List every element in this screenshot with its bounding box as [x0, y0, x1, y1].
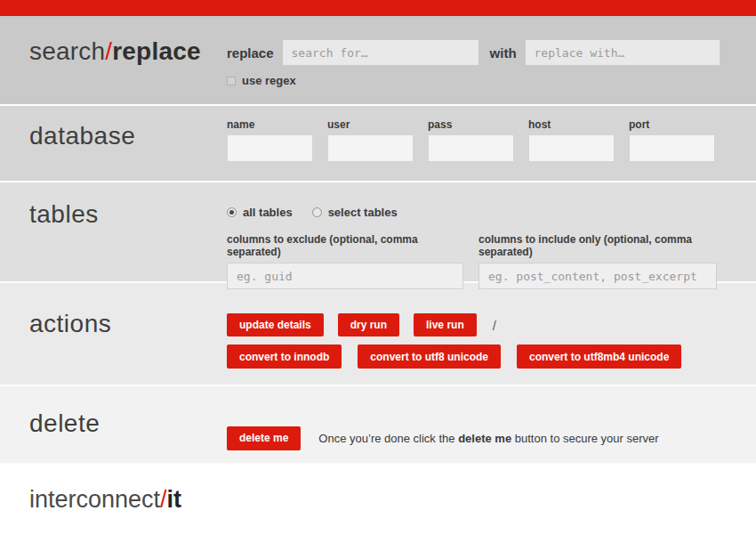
db-pass-input[interactable]	[428, 134, 514, 162]
db-port-label: port	[629, 118, 715, 131]
footer-logo-slash: /	[160, 486, 167, 513]
convert-innodb-button[interactable]: convert to innodb	[227, 345, 342, 369]
db-user-input[interactable]	[327, 134, 414, 162]
use-regex-checkbox[interactable]	[227, 77, 236, 85]
section-delete: delete delete me Once you’re done click …	[0, 386, 756, 465]
delete-note: Once you’re done click the delete me but…	[318, 432, 658, 445]
logo-part-replace: replace	[112, 37, 200, 65]
db-name-label: name	[227, 118, 313, 131]
live-run-button[interactable]: live run	[414, 313, 477, 336]
db-field-pass: pass	[428, 118, 514, 162]
footer-logo-interconnect: interconnect	[29, 486, 160, 513]
footer-logo-it: it	[167, 486, 182, 513]
update-details-button[interactable]: update details	[227, 313, 324, 336]
section-actions: actions update details dry run live run …	[0, 283, 756, 386]
db-pass-label: pass	[428, 118, 514, 131]
actions-title: actions	[29, 310, 227, 338]
db-field-host: host	[528, 118, 615, 162]
columns-exclude-block: columns to exclude (optional, comma sepa…	[227, 233, 463, 289]
all-tables-label[interactable]: all tables	[243, 206, 293, 219]
use-regex-label: use regex	[242, 74, 296, 87]
database-title: database	[29, 122, 227, 150]
select-tables-label[interactable]: select tables	[328, 206, 398, 219]
all-tables-radio[interactable]	[227, 207, 237, 217]
search-input[interactable]	[282, 39, 479, 66]
db-host-input[interactable]	[528, 134, 615, 162]
replace-input[interactable]	[525, 39, 720, 66]
delete-note-bold: delete me	[458, 432, 511, 445]
delete-title: delete	[29, 409, 227, 438]
dry-run-button[interactable]: dry run	[338, 313, 399, 336]
delete-note-prefix: Once you’re done click the	[318, 432, 458, 445]
db-field-user: user	[327, 118, 414, 162]
convert-utf8-button[interactable]: convert to utf8 unicode	[358, 345, 501, 369]
logo-part-search: search	[29, 37, 105, 65]
with-label: with	[490, 45, 517, 61]
app-logo: search/replace	[29, 37, 227, 66]
replace-label: replace	[227, 45, 274, 61]
db-user-label: user	[327, 118, 414, 131]
db-name-input[interactable]	[227, 134, 313, 162]
columns-include-block: columns to include only (optional, comma…	[479, 233, 717, 289]
run-separator: /	[493, 318, 496, 333]
db-field-name: name	[227, 118, 313, 162]
section-database: database name user pass host port	[0, 106, 756, 182]
db-port-input[interactable]	[629, 134, 715, 162]
top-accent-bar	[0, 0, 756, 16]
section-tables: tables all tables select tables columns …	[0, 182, 756, 283]
columns-include-label: columns to include only (optional, comma…	[479, 233, 717, 258]
section-search-replace: search/replace replace with use regex	[0, 16, 756, 106]
columns-exclude-label: columns to exclude (optional, comma sepa…	[227, 233, 463, 258]
delete-note-suffix: button to secure your server	[511, 432, 658, 445]
tables-title: tables	[29, 200, 227, 229]
section-footer: interconnect/it	[0, 465, 756, 528]
convert-utf8mb4-button[interactable]: convert to utf8mb4 unicode	[517, 345, 681, 369]
select-tables-radio[interactable]	[312, 207, 322, 217]
delete-me-button[interactable]: delete me	[227, 426, 301, 450]
footer-logo: interconnect/it	[0, 465, 227, 528]
db-host-label: host	[528, 118, 615, 131]
db-field-port: port	[629, 118, 715, 162]
